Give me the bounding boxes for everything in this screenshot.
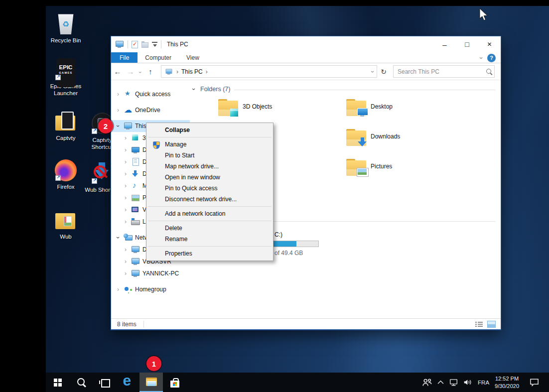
context-menu-item-pin-to-quick-access[interactable]: Pin to Quick access: [147, 183, 273, 194]
search-icon[interactable]: [485, 68, 494, 76]
collapse-group-icon[interactable]: [193, 86, 199, 92]
context-menu-item-open-in-new-window[interactable]: Open in new window: [147, 172, 273, 183]
desktop-icon-firefox[interactable]: Firefox: [47, 158, 85, 191]
window-title: This PC: [167, 41, 188, 48]
minimize-button[interactable]: [433, 36, 456, 52]
recent-locations-icon[interactable]: [137, 67, 144, 76]
ribbon-tab-file[interactable]: File: [111, 52, 137, 63]
expander-icon[interactable]: [117, 107, 124, 113]
context-menu-item-properties[interactable]: Properties: [147, 248, 273, 259]
context-menu-item[interactable]: [148, 206, 272, 207]
ribbon-tab-label: View: [186, 54, 199, 61]
expander-icon[interactable]: [117, 286, 124, 292]
up-button[interactable]: [144, 67, 157, 76]
volume-icon[interactable]: [463, 379, 472, 386]
taskbar: FRA 12:52 PM 9/30/2020: [46, 373, 549, 392]
folder-overlay-icon: [357, 108, 368, 118]
taskbar-button-task-view[interactable]: [93, 373, 116, 392]
expander-icon[interactable]: [125, 259, 131, 264]
context-menu-item-manage[interactable]: Manage: [147, 139, 273, 150]
ribbon-tab-computer[interactable]: Computer: [137, 52, 179, 63]
expander-icon[interactable]: [125, 195, 131, 201]
expander-icon[interactable]: [125, 207, 131, 213]
expander-icon[interactable]: [125, 147, 131, 153]
context-menu-item[interactable]: [148, 137, 272, 137]
taskbar-button-edge[interactable]: [116, 373, 139, 392]
context-menu-item-delete[interactable]: Delete: [147, 223, 273, 234]
window-controls: [433, 36, 501, 52]
new-folder-icon[interactable]: [141, 42, 148, 48]
minimize-ribbon-icon[interactable]: [480, 54, 482, 62]
expander-icon[interactable]: [125, 219, 131, 225]
desktop-icon-label: Captvty: [56, 135, 76, 142]
desktop-icon-captvty[interactable]: Captvty: [47, 110, 85, 142]
hidden-icons-chevron-icon[interactable]: [437, 380, 444, 385]
forward-button[interactable]: [124, 67, 137, 76]
address-dropdown-icon[interactable]: [372, 68, 374, 75]
shortcut-arrow-icon: [92, 129, 97, 134]
sidebar-item-onedrive[interactable]: OneDrive: [111, 104, 190, 116]
desktop-icon-recycle-bin[interactable]: Recycle Bin: [47, 12, 85, 44]
expander-icon[interactable]: [125, 247, 131, 253]
people-icon[interactable]: [422, 378, 432, 387]
taskbar-button-search[interactable]: [69, 373, 93, 392]
item-icon: [131, 206, 140, 214]
expander-icon[interactable]: [125, 270, 131, 276]
context-menu-item-disconnect-network-drive[interactable]: Disconnect network drive...: [147, 194, 273, 205]
network-icon[interactable]: [449, 379, 458, 386]
folder-tile-3d-objects[interactable]: 3D Objects: [218, 98, 344, 124]
menu-item-icon: [151, 196, 160, 204]
ribbon-tab-view[interactable]: View: [179, 52, 207, 63]
action-center-icon[interactable]: [530, 378, 539, 387]
expander-icon[interactable]: [125, 135, 131, 141]
drive-label[interactable]: C:): [274, 231, 282, 238]
context-menu-item-rename[interactable]: Rename: [147, 234, 273, 245]
menu-item-label: Open in new window: [165, 174, 220, 181]
menu-item-label: Rename: [165, 236, 187, 243]
details-view-icon[interactable]: [475, 321, 483, 327]
large-icons-view-icon[interactable]: [487, 321, 496, 328]
folders-group-header[interactable]: Folders (7): [193, 84, 496, 94]
back-button[interactable]: [111, 67, 124, 76]
desktop-icon-wub[interactable]: Wub: [47, 208, 85, 241]
sidebar-item-label: Quick access: [135, 91, 170, 98]
close-button[interactable]: [478, 36, 501, 52]
breadcrumb[interactable]: This PC: [181, 68, 203, 75]
expander-icon[interactable]: [125, 171, 131, 177]
address-bar[interactable]: This PC: [161, 65, 377, 78]
taskbar-button-start[interactable]: [46, 373, 69, 392]
expander-icon[interactable]: [117, 123, 124, 129]
location-icon: [165, 68, 172, 75]
context-menu-item[interactable]: [148, 246, 272, 247]
sidebar-item-quick-access[interactable]: Quick access: [111, 88, 190, 100]
language-indicator[interactable]: FRA: [478, 380, 489, 386]
search-input[interactable]: [394, 68, 485, 75]
taskbar-button-file-explorer[interactable]: [139, 373, 163, 392]
maximize-button[interactable]: [456, 36, 478, 52]
title-bar[interactable]: This PC: [111, 36, 501, 52]
folder-tile-desktop[interactable]: Desktop: [346, 98, 472, 124]
context-menu-item-pin-to-start[interactable]: Pin to Start: [147, 150, 273, 161]
customize-toolbar-icon[interactable]: [152, 42, 157, 48]
context-menu-item-collapse[interactable]: Collapse: [147, 125, 273, 135]
desktop-icon-epic-games-launcher[interactable]: Epic Games Launcher: [47, 58, 85, 97]
desktop-icon-image: [54, 158, 78, 182]
desktop-icon-label: Wub: [60, 234, 71, 241]
folder-tile-pictures[interactable]: Pictures: [346, 158, 472, 184]
taskbar-button-store[interactable]: [163, 373, 186, 392]
items-count: 8 items: [111, 321, 137, 328]
context-menu-item-add-a-network-location[interactable]: Add a network location: [147, 208, 273, 219]
expander-icon[interactable]: [125, 159, 131, 165]
expander-icon[interactable]: [117, 91, 124, 97]
sidebar-item-homegroup[interactable]: Homegroup: [111, 283, 190, 295]
context-menu-item-map-network-drive[interactable]: Map network drive...: [147, 161, 273, 172]
sidebar-item-yannick-pc[interactable]: YANNICK-PC: [111, 267, 190, 279]
refresh-icon[interactable]: [377, 68, 390, 76]
expander-icon[interactable]: [117, 235, 124, 241]
context-menu-item[interactable]: [148, 221, 272, 221]
folder-tile-downloads[interactable]: Downloads: [346, 128, 472, 154]
help-icon[interactable]: [487, 54, 496, 62]
clock[interactable]: 12:52 PM 9/30/2020: [495, 375, 519, 390]
properties-icon[interactable]: [132, 41, 138, 48]
expander-icon[interactable]: [125, 183, 131, 189]
